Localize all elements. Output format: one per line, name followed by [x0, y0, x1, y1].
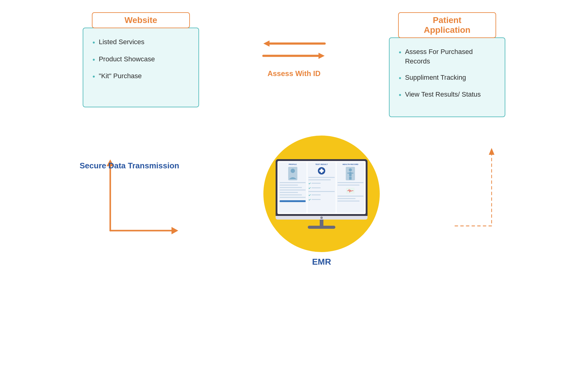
website-list: Listed Services Product Showcase "Kit" P…	[92, 37, 189, 82]
middle-section: Assess With ID	[233, 31, 355, 78]
check-row	[308, 198, 334, 201]
list-item: Assess For Purchased Records	[399, 47, 496, 66]
right-arrow-section	[447, 136, 508, 243]
svg-marker-23	[489, 148, 494, 155]
panel-line	[280, 182, 306, 183]
profile-header: PROFILE	[280, 163, 306, 165]
monitor-screen: PROFILE	[276, 159, 368, 216]
panel-line	[308, 179, 331, 180]
monitor-stand	[320, 220, 323, 226]
check-icon	[308, 198, 311, 201]
bidirectional-arrows	[260, 37, 328, 64]
profile-panel: PROFILE	[279, 162, 307, 213]
svg-rect-19	[350, 177, 352, 180]
item-text: Assess For Purchased Records	[405, 47, 496, 66]
patient-app-card-wrapper: Patient Application Assess For Purchased…	[386, 12, 508, 117]
test-result-header: TEST RESULT	[308, 163, 334, 165]
heart-rate-icon	[346, 188, 355, 194]
health-avatar	[345, 167, 356, 180]
item-text: Listed Services	[99, 37, 144, 47]
health-record-header: HEALTH RECORD	[337, 163, 364, 165]
panel-bar	[280, 200, 306, 202]
item-text: "Kit" Purchase	[99, 71, 141, 81]
svg-marker-7	[172, 227, 178, 234]
arrows-container	[260, 37, 328, 64]
check-row	[308, 182, 334, 185]
panel-line	[311, 194, 321, 195]
panel-line	[308, 191, 334, 192]
monitor-wrapper: PROFILE	[276, 159, 368, 229]
list-item: Listed Services	[92, 37, 189, 48]
website-title: Website	[92, 12, 190, 28]
top-row: Website Listed Services Product Showcase…	[80, 12, 508, 117]
panel-line	[311, 199, 321, 200]
panel-line	[311, 183, 321, 184]
svg-rect-17	[352, 173, 353, 174]
svg-marker-3	[318, 53, 325, 59]
profile-avatar	[288, 167, 298, 180]
secure-data-section: Secure Data Transmission	[80, 136, 196, 243]
monitor-bottom	[276, 216, 368, 220]
check-row	[308, 194, 334, 196]
patient-app-list: Assess For Purchased Records Suppliment …	[399, 47, 496, 100]
panel-line	[308, 177, 334, 178]
svg-rect-16	[347, 173, 349, 174]
item-text: Suppliment Tracking	[405, 73, 466, 82]
panel-line	[280, 192, 298, 193]
list-item: Suppliment Tracking	[399, 73, 496, 83]
panel-line	[311, 187, 321, 188]
panel-line	[280, 185, 298, 186]
list-item: View Test Results/ Status	[399, 90, 496, 100]
svg-point-14	[349, 168, 352, 171]
health-record-panel: HEALTH RECORD	[337, 162, 364, 213]
panel-line	[337, 196, 364, 197]
svg-rect-15	[349, 172, 352, 176]
panel-line	[337, 182, 364, 183]
check-icon	[308, 182, 311, 185]
check-row	[308, 187, 334, 189]
check-icon	[308, 194, 311, 196]
item-text: View Test Results/ Status	[405, 90, 481, 99]
emr-circle: PROFILE	[263, 136, 380, 252]
check-icon	[308, 187, 311, 189]
svg-rect-12	[319, 170, 324, 172]
main-container: Website Listed Services Product Showcase…	[0, 0, 588, 368]
test-result-panel: TEST RESULT	[307, 162, 335, 213]
plus-icon	[318, 167, 326, 175]
panel-line	[280, 197, 306, 198]
panel-line	[280, 187, 302, 188]
panel-line	[337, 201, 360, 201]
list-item: Product Showcase	[92, 55, 189, 65]
panel-line	[337, 198, 356, 199]
website-card-wrapper: Website Listed Services Product Showcase…	[80, 12, 202, 107]
panel-line	[280, 190, 306, 190]
assess-label: Assess With ID	[267, 69, 320, 78]
emr-section: PROFILE	[245, 136, 398, 267]
monitor-dot	[320, 217, 323, 219]
secure-data-label: Secure Data Transmission	[80, 160, 179, 171]
patient-app-card-body: Assess For Purchased Records Suppliment …	[389, 37, 505, 117]
monitor-foot	[308, 226, 335, 229]
item-text: Product Showcase	[99, 55, 155, 64]
bottom-row: Secure Data Transmission	[80, 136, 508, 267]
panel-line	[280, 194, 302, 195]
panel-line	[337, 185, 360, 186]
website-card-body: Listed Services Product Showcase "Kit" P…	[83, 28, 199, 107]
svg-rect-18	[349, 177, 350, 180]
monitor-screen-inner: PROFILE	[277, 161, 366, 214]
emr-label: EMR	[312, 257, 331, 267]
svg-point-9	[291, 169, 295, 173]
list-item: "Kit" Purchase	[92, 71, 189, 82]
dashed-right-arrow	[441, 136, 508, 243]
svg-marker-1	[263, 40, 270, 47]
patient-app-title: Patient Application	[398, 12, 496, 38]
